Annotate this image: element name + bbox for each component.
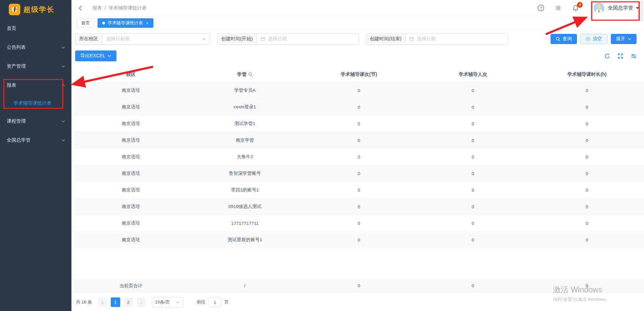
- table-cell: 鲁智深学管账号: [188, 170, 302, 177]
- export-excel-label: 导出EXCEL: [80, 53, 105, 59]
- page-size-value: 10条/页: [155, 299, 170, 305]
- calendar-icon: [409, 37, 414, 41]
- tab-home-label: 首页: [81, 20, 90, 26]
- campus-filter-group: 所在校区 选择目标值: [75, 33, 210, 45]
- sidebar-item-3[interactable]: 报表: [0, 76, 71, 95]
- summary-cell: 0: [302, 283, 416, 288]
- column-header: 校区: [74, 71, 188, 78]
- sidebar-menu: 首页公告列表资产管理报表学术辅导课统计表课程管理全国总学管: [0, 19, 71, 150]
- table-row[interactable]: 南京语培鲁智深学管账号000: [74, 165, 644, 182]
- table-cell: 南京学管: [188, 137, 302, 143]
- user-name[interactable]: 全国总学管: [608, 5, 633, 11]
- table-row[interactable]: 南京语培测试学管1000: [74, 116, 644, 132]
- page-size-select[interactable]: 10条/页: [152, 297, 183, 307]
- pagination: 共 16 条 ‹ 12 › 10条/页 前往 页: [76, 297, 644, 307]
- table-row[interactable]: 南京语培0919候选人测试000: [74, 199, 644, 215]
- back-icon[interactable]: [78, 5, 84, 11]
- table-row[interactable]: 南京语培大角牛2000: [74, 149, 644, 165]
- table-row[interactable]: 南京语培学管专员A000: [74, 82, 644, 99]
- sidebar-item-5[interactable]: 课程管理: [0, 112, 71, 131]
- avatar[interactable]: [594, 3, 604, 14]
- table-cell: 0: [530, 204, 644, 209]
- tab-report-active[interactable]: 学术辅导课统计表 ×: [98, 18, 153, 28]
- expand-button[interactable]: 展开: [611, 34, 637, 44]
- start-date-placeholder: 选择日期: [268, 36, 355, 42]
- campus-select[interactable]: 选择目标值: [102, 33, 210, 45]
- settings-gear-icon[interactable]: [555, 4, 562, 12]
- table-cell: 南京语培: [74, 104, 188, 110]
- sidebar-item-6[interactable]: 全国总学管: [0, 131, 71, 150]
- table-cell: 0: [530, 171, 644, 176]
- tab-home[interactable]: 首页: [77, 18, 95, 28]
- table-row[interactable]: 南京语培南京学管000: [74, 132, 644, 149]
- expand-button-label: 展开: [616, 36, 625, 42]
- goto-page: 前往 页: [197, 297, 229, 307]
- notification-badge: 4: [577, 2, 583, 8]
- table-toolbar: 导出EXCEL: [71, 48, 644, 67]
- breadcrumb-root[interactable]: 报表: [92, 5, 102, 11]
- summary-cell: 当前页合计: [74, 283, 188, 289]
- user-menu-caret-icon[interactable]: [636, 7, 639, 9]
- export-excel-button[interactable]: 导出EXCEL: [75, 50, 116, 61]
- table-body: 南京语培学管专员A000南京语培ceshi登录1000南京语培测试学管1000南…: [74, 82, 644, 248]
- table-cell: 南京语培: [74, 154, 188, 160]
- summary-cell: /: [188, 283, 302, 288]
- table-cell: 0: [302, 121, 416, 126]
- search-button[interactable]: 查询: [551, 34, 577, 44]
- goto-page-input[interactable]: [208, 297, 222, 307]
- app-logo[interactable]: C 超级学长: [0, 0, 71, 19]
- chevron-down-icon: [61, 45, 65, 49]
- next-page-icon[interactable]: ›: [136, 297, 146, 307]
- table-row[interactable]: 南京语培测试里斯的账号1000: [74, 232, 644, 248]
- end-date-input[interactable]: 选择日期: [405, 33, 508, 45]
- sidebar-item-label: 课程管理: [7, 118, 26, 124]
- prev-page-icon[interactable]: ‹: [98, 297, 107, 307]
- sidebar-item-label: 公告列表: [7, 44, 26, 50]
- tab-close-icon[interactable]: ×: [146, 21, 149, 26]
- page-button-2[interactable]: 2: [124, 297, 133, 307]
- column-search-icon[interactable]: [248, 72, 253, 77]
- table-cell: 0: [302, 188, 416, 193]
- chevron-up-icon: [61, 83, 65, 87]
- chevron-down-icon: [61, 64, 65, 68]
- table-row[interactable]: 南京语培李四1的账号1000: [74, 182, 644, 199]
- summary-cell: 0: [530, 283, 644, 288]
- campus-filter-label: 所在校区: [75, 33, 102, 45]
- sidebar-item-1[interactable]: 公告列表: [0, 38, 71, 57]
- clear-button[interactable]: 清空: [580, 34, 607, 44]
- chevron-down-icon: [61, 119, 65, 123]
- search-button-label: 查询: [562, 36, 572, 42]
- refresh-icon[interactable]: [604, 53, 610, 59]
- table-row[interactable]: 南京语培17717717711000: [74, 215, 644, 232]
- table-cell: 南京语培: [74, 237, 188, 243]
- filter-bar: 所在校区 选择目标值 创建时间(开始) 选择日期 创建时间(结束) 选择日期 查…: [71, 30, 644, 48]
- notifications-bell-icon[interactable]: 4: [572, 4, 579, 12]
- help-icon[interactable]: ?: [537, 4, 544, 12]
- table-cell: 0: [416, 221, 530, 226]
- sidebar-subitem-4[interactable]: 学术辅导课统计表: [0, 95, 71, 112]
- chevron-down-icon: [107, 54, 111, 58]
- table-cell: 测试里斯的账号1: [188, 237, 302, 243]
- sidebar-subitem-label: 学术辅导课统计表: [14, 100, 51, 106]
- sidebar-item-0[interactable]: 首页: [0, 19, 71, 38]
- table-cell: 大角牛2: [188, 154, 302, 160]
- table-cell: 0: [416, 88, 530, 93]
- start-date-input[interactable]: 选择日期: [256, 33, 359, 45]
- table-cell: 测试学管1: [188, 121, 302, 127]
- end-date-label: 创建时间(结束): [366, 33, 405, 45]
- table-empty-space: [74, 248, 644, 279]
- goto-unit: 页: [224, 299, 229, 305]
- summary-cell: 0: [416, 283, 530, 288]
- table-cell: 0: [530, 221, 644, 226]
- table-row[interactable]: 南京语培ceshi登录1000: [74, 99, 644, 116]
- page-button-1[interactable]: 1: [111, 297, 120, 307]
- svg-text:?: ?: [540, 6, 542, 10]
- filter-settings-icon[interactable]: [631, 53, 637, 59]
- sidebar-item-2[interactable]: 资产管理: [0, 57, 71, 76]
- campus-select-placeholder: 选择目标值: [106, 36, 202, 42]
- page-buttons: 12: [109, 297, 135, 307]
- breadcrumb: 报表 / 学术辅导课统计表: [92, 5, 147, 11]
- table-cell: 0: [530, 121, 644, 126]
- fullscreen-icon[interactable]: [618, 53, 623, 59]
- table-cell: 南京语培: [74, 121, 188, 127]
